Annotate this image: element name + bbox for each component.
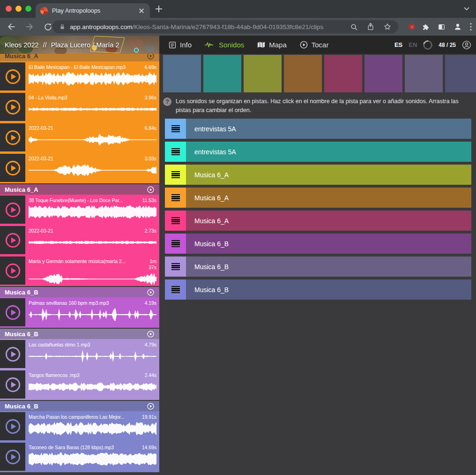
drag-handle[interactable] <box>165 119 186 139</box>
audio-clip[interactable]: Tangos flamencos .mp3 2.44s <box>0 370 159 399</box>
nav-tocar[interactable]: Tocar <box>300 41 329 49</box>
track-section-header[interactable]: Musica 6_B <box>0 401 159 411</box>
tab-title: Play Antropoloops <box>52 7 138 14</box>
clip-play-button[interactable] <box>0 370 25 399</box>
track-row[interactable]: Musica 6_B <box>165 234 471 254</box>
clip-play-button[interactable] <box>0 256 25 285</box>
drag-handle[interactable] <box>165 211 186 231</box>
track-section-header[interactable]: Musica 6_A <box>0 184 159 195</box>
track-row[interactable]: Musica 6_B <box>165 279 471 300</box>
tab-search-chevron-icon[interactable] <box>464 7 469 11</box>
nav-mapa[interactable]: Mapa <box>257 41 287 49</box>
tab-close-icon[interactable] <box>138 7 145 15</box>
clip-play-button[interactable] <box>0 196 25 224</box>
clip-play-button[interactable] <box>0 298 25 326</box>
bookmark-star-icon[interactable] <box>383 23 392 31</box>
profile-avatar[interactable] <box>453 22 463 32</box>
audio-clip[interactable]: Palmas sevillanas 160 bpm mp3.mp3 4.19s <box>0 298 159 326</box>
track-row[interactable]: entrevistas 5A <box>165 119 471 139</box>
track-color-swatch[interactable] <box>284 55 322 92</box>
track-row[interactable]: Musica 6_A <box>165 211 471 231</box>
track-row-body[interactable]: Musica 6_A <box>186 188 471 208</box>
drag-handle[interactable] <box>165 188 186 208</box>
track-row-body[interactable]: entrevistas 5A <box>186 119 471 139</box>
lang-es[interactable]: ES <box>394 41 402 48</box>
track-row-body[interactable]: Musica 6_B <box>186 256 471 277</box>
new-tab-button[interactable] <box>156 6 162 12</box>
audio-clip[interactable]: Taconeo de Sara Baras (128 kbps).mp3 14.… <box>0 443 159 471</box>
play-all-icon[interactable] <box>147 402 155 410</box>
audio-clip[interactable]: 2022-03-21 6.84s <box>0 123 159 151</box>
recording-indicator-icon[interactable] <box>409 23 415 30</box>
forward-button[interactable] <box>24 21 35 32</box>
clip-play-button[interactable] <box>0 443 25 471</box>
play-all-icon[interactable] <box>147 54 155 60</box>
track-section-header[interactable]: Musica 6_B <box>0 287 159 297</box>
clip-play-button[interactable] <box>0 62 25 90</box>
drag-handle[interactable] <box>165 142 186 162</box>
reload-button[interactable] <box>42 21 53 32</box>
track-section-header[interactable]: Musica 6_A <box>0 54 159 61</box>
clip-play-button[interactable] <box>0 412 25 440</box>
track-color-swatch[interactable] <box>405 55 443 92</box>
drag-handle[interactable] <box>165 279 186 300</box>
drag-handle[interactable] <box>165 256 186 277</box>
location-banner-image[interactable]: Kleos 2022 // Plaza Lucero / María 2 <box>0 36 159 54</box>
play-all-icon[interactable] <box>147 288 155 296</box>
track-color-swatch[interactable] <box>324 55 362 92</box>
zoom-icon[interactable] <box>350 23 358 31</box>
track-color-swatch[interactable] <box>163 55 201 92</box>
drag-handle[interactable] <box>165 165 186 185</box>
track-color-swatch[interactable] <box>203 55 241 92</box>
track-section-header[interactable]: Musica 6_B <box>0 329 159 339</box>
close-window-button[interactable] <box>6 6 12 12</box>
audio-clip[interactable]: El Baile Mexicapan - El Baile Mexicapan.… <box>0 62 159 90</box>
audio-clip[interactable]: 04 - La Visita.mp3 3.96s <box>0 93 159 121</box>
audio-clip[interactable]: 2022-03-21 2.73s <box>0 226 159 254</box>
nav-info[interactable]: Info <box>169 41 192 49</box>
track-row-body[interactable]: Musica 6_A <box>186 211 471 231</box>
play-all-icon[interactable] <box>147 186 155 194</box>
lock-icon[interactable] <box>59 23 66 30</box>
track-row[interactable]: Musica 6_A <box>165 188 471 208</box>
lang-en[interactable]: EN <box>409 41 417 48</box>
drag-handle[interactable] <box>165 234 186 254</box>
clip-play-button[interactable] <box>0 154 25 182</box>
extensions-puzzle-icon[interactable] <box>422 23 431 31</box>
browser-menu-kebab-icon[interactable] <box>469 23 472 31</box>
account-icon[interactable] <box>462 40 471 50</box>
clip-name: María y Germán solamente música(maría 2.… <box>29 258 142 264</box>
audio-clip[interactable]: 38 Toque Funebre(Muerte) - Los Doce Par.… <box>0 196 159 224</box>
browser-tab[interactable]: Play Antropoloops <box>36 3 150 18</box>
audio-clip[interactable]: Marcha Pasan los campanilleros Las Mejor… <box>0 412 159 440</box>
track-row[interactable]: entrevistas 5A <box>165 142 471 162</box>
play-all-icon[interactable] <box>147 330 155 338</box>
clip-name: 38 Toque Funebre(Muerte) - Los Doce Par.… <box>29 197 140 204</box>
clip-play-button[interactable] <box>0 340 25 368</box>
track-row-body[interactable]: Musica 6_B <box>186 234 471 254</box>
track-row-body[interactable]: Musica 6_A <box>186 165 471 185</box>
track-row[interactable]: Musica 6_B <box>165 256 471 277</box>
track-row-body[interactable]: entrevistas 5A <box>186 142 471 162</box>
back-button[interactable] <box>6 21 17 32</box>
clip-play-button[interactable] <box>0 123 25 151</box>
minimize-window-button[interactable] <box>15 6 22 12</box>
breadcrumb-project[interactable]: Kleos 2022 <box>5 41 39 49</box>
clip-info: 04 - La Visita.mp3 3.96s <box>25 93 159 121</box>
share-icon[interactable] <box>367 23 374 31</box>
track-color-swatch[interactable] <box>244 55 282 92</box>
side-panel-icon[interactable] <box>437 23 446 31</box>
track-color-swatch[interactable] <box>445 55 476 92</box>
nav-sonidos[interactable]: Sonidos <box>205 41 244 49</box>
clip-play-button[interactable] <box>0 226 25 254</box>
audio-clip[interactable]: Las castañuelas ritmo 1.mp3 4.79s <box>0 340 159 368</box>
track-row[interactable]: Musica 6_A <box>165 165 471 185</box>
fullscreen-window-button[interactable] <box>25 6 31 12</box>
address-bar[interactable]: app.antropoloops.com/Kleos-Santa-Marina/… <box>52 20 398 33</box>
audio-clip[interactable]: 2022-03-21 3.03s <box>0 154 159 182</box>
track-color-swatch[interactable] <box>364 55 402 92</box>
breadcrumb-page[interactable]: Plaza Lucero / María 2 <box>51 41 119 49</box>
clip-play-button[interactable] <box>0 93 25 121</box>
audio-clip[interactable]: María y Germán solamente música(maría 2.… <box>0 256 159 285</box>
track-row-body[interactable]: Musica 6_B <box>186 279 471 300</box>
